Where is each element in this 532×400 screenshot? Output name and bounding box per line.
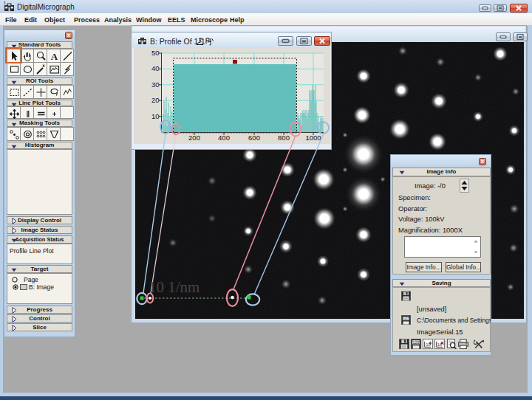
svg-text:5: 5 bbox=[4, 1, 6, 5]
svg-text:123: 123 bbox=[413, 340, 420, 345]
svg-text:50: 50 bbox=[151, 49, 160, 57]
svg-text:600: 600 bbox=[248, 134, 260, 142]
svg-text:400: 400 bbox=[218, 134, 230, 142]
svg-text:200: 200 bbox=[188, 134, 200, 142]
svg-text:800: 800 bbox=[278, 134, 290, 142]
svg-text:10: 10 bbox=[151, 112, 160, 120]
svg-text:20: 20 bbox=[151, 96, 160, 104]
svg-text:123: 123 bbox=[403, 316, 409, 320]
svg-text:1000: 1000 bbox=[305, 134, 321, 142]
svg-text:40: 40 bbox=[151, 64, 160, 72]
svg-text:30: 30 bbox=[151, 80, 160, 89]
svg-text:A: A bbox=[51, 51, 58, 62]
